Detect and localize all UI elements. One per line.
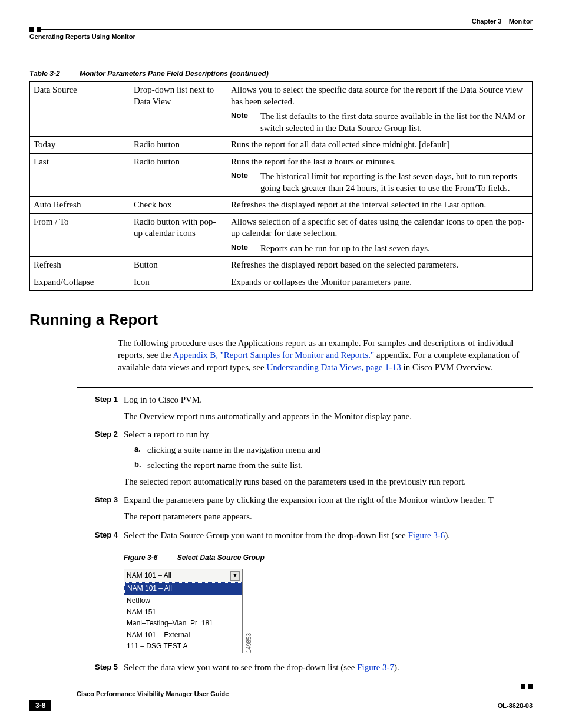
dropdown-option[interactable]: Netflow: [124, 595, 242, 607]
note-label: Note: [231, 111, 260, 134]
field-desc: Allows you to select the specific data s…: [227, 82, 533, 137]
figure-code: 149853: [245, 633, 254, 653]
header-rule-top: [29, 27, 533, 32]
step-2: Step 2 Select a report to run by a.click…: [77, 429, 533, 488]
steps-rule: [77, 387, 533, 388]
page-number: 3-8: [29, 700, 51, 711]
link-figure-3-6[interactable]: Figure 3-6: [408, 531, 445, 540]
step-5: Step 5 Select the data view you want to …: [77, 661, 533, 674]
table-row: Today Radio button Runs the report for a…: [30, 137, 533, 154]
dropdown-option[interactable]: 111 – DSG TEST A: [124, 641, 242, 652]
dropdown-option[interactable]: NAM 151: [124, 607, 242, 618]
table-title: Monitor Parameters Pane Field Descriptio…: [80, 70, 269, 78]
chapter-label: Chapter 3: [472, 18, 502, 25]
link-data-views[interactable]: Understanding Data Views, page 1-13: [266, 363, 401, 372]
note-text: The list defaults to the first data sour…: [260, 111, 528, 134]
field-control: Drop-down list next to Data View: [130, 82, 227, 137]
footer-guide-title: Cisco Performance Visibility Manager Use…: [77, 690, 533, 697]
dropdown-selected: NAM 101 – All: [127, 571, 171, 581]
table-number: Table 3-2: [29, 70, 60, 78]
dropdown-option[interactable]: NAM 101 – All: [124, 582, 242, 595]
doc-id: OL-8620-03: [498, 702, 533, 709]
table-caption: Table 3-2 Monitor Parameters Pane Field …: [29, 70, 533, 78]
data-source-group-dropdown[interactable]: NAM 101 – All ▼ NAM 101 – All Netflow NA…: [124, 569, 243, 653]
table-row: Refresh Button Refreshes the displayed r…: [30, 257, 533, 274]
section-breadcrumb: Generating Reports Using Monitor: [29, 33, 135, 40]
step-3: Step 3 Expand the parameters pane by cli…: [77, 494, 533, 523]
step-4: Step 4 Select the Data Source Group you …: [77, 529, 533, 653]
chapter-title: Monitor: [509, 18, 533, 25]
step-1: Step 1 Log in to Cisco PVM. The Overview…: [77, 394, 533, 423]
intro-paragraph: The following procedure uses the Applica…: [118, 337, 533, 373]
step-label: Step 1: [77, 394, 124, 423]
figure-caption: Figure 3-6 Select Data Source Group: [124, 553, 533, 563]
table-row: From / To Radio button with pop-up calen…: [30, 213, 533, 257]
parameters-table: Data Source Drop-down list next to Data …: [29, 81, 533, 291]
dropdown-option[interactable]: NAM 101 – External: [124, 630, 242, 641]
link-appendix-b[interactable]: Appendix B, "Report Samples for Monitor …: [173, 350, 374, 360]
page-footer: Cisco Performance Visibility Manager Use…: [29, 684, 533, 711]
section-heading: Running a Report: [29, 311, 533, 329]
chevron-down-icon[interactable]: ▼: [230, 571, 240, 581]
table-row: Auto Refresh Check box Refreshes the dis…: [30, 197, 533, 214]
table-row: Last Radio button Runs the report for th…: [30, 153, 533, 197]
page-header: Chapter 3 Monitor: [29, 18, 533, 25]
table-row: Data Source Drop-down list next to Data …: [30, 82, 533, 137]
figure-dropdown: NAM 101 – All ▼ NAM 101 – All Netflow NA…: [124, 569, 533, 653]
table-row: Expand/Collapse Icon Expands or collapse…: [30, 274, 533, 291]
link-figure-3-7[interactable]: Figure 3-7: [357, 663, 394, 672]
dropdown-option[interactable]: Mani–Testing–Vlan_Pr_181: [124, 618, 242, 629]
field-name: Data Source: [30, 82, 130, 137]
